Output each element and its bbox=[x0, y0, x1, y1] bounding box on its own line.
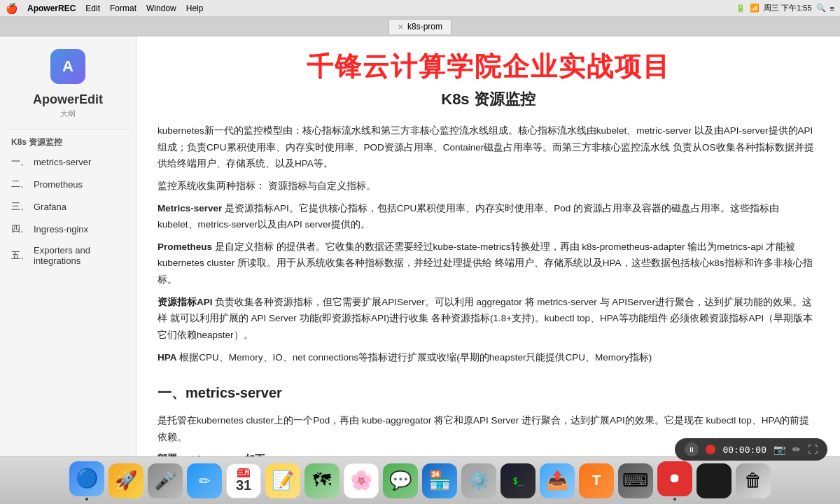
sidebar-item-index-2: 二、 bbox=[11, 178, 29, 190]
sidebar-item-grafana[interactable]: 三、 Grafana bbox=[0, 195, 136, 218]
dock-finder[interactable]: 🔵 bbox=[69, 461, 104, 500]
maps-icon[interactable]: 🗺 bbox=[304, 463, 340, 498]
app-logo: A bbox=[50, 49, 85, 84]
metrics-server-text: 是资源指标API。它提供核心指标，包括CPU累积使用率、内存实时使用率、Pod … bbox=[158, 203, 779, 230]
dock-send[interactable]: 📤 bbox=[540, 463, 575, 498]
clock: 周三 下午1:55 bbox=[764, 3, 811, 13]
prometheus-paragraph: Prometheus 是自定义指标 的提供者。它收集的数据还需要经过kube-s… bbox=[158, 239, 819, 288]
dock: 🔵 🚀 🎤 ✏ 三月31 📝 🗺 🌸 💬 🏪 ⚙️ $_ 📤 T ⌨ ⏺ bbox=[0, 456, 840, 504]
hpa-paragraph: HPA 根据CPU、Memory、IO、net connections等指标进行… bbox=[158, 349, 819, 366]
help-menu[interactable]: Help bbox=[186, 4, 204, 13]
wifi-icon: 📶 bbox=[750, 4, 760, 13]
dock-calendar[interactable]: 三月31 bbox=[226, 463, 261, 498]
app-name-menu[interactable]: ApowerREC bbox=[27, 4, 76, 13]
dock-notes[interactable]: 📝 bbox=[265, 463, 300, 498]
dock-keyboard[interactable]: ⌨ bbox=[618, 463, 653, 498]
apple-menu[interactable]: 🍎 bbox=[6, 3, 18, 14]
metrics-server-paragraph: Metrics-server 是资源指标API。它提供核心指标，包括CPU累积使… bbox=[158, 200, 819, 233]
dock-settings[interactable]: ⚙️ bbox=[461, 463, 496, 498]
search-icon[interactable]: 🔍 bbox=[816, 4, 826, 13]
resource-api-paragraph: 资源指标API 负责收集各种资源指标，但它需要扩展APIServer。可以利用 … bbox=[158, 294, 819, 344]
sidebar-item-label-4: Ingress-nginx bbox=[34, 224, 88, 234]
tab-close-icon[interactable]: ✕ bbox=[398, 23, 403, 31]
dock-siri[interactable]: 🎤 bbox=[148, 463, 183, 498]
dock-maps[interactable]: 🗺 bbox=[304, 463, 340, 498]
menubar-icons: 🔋 📶 周三 下午1:55 🔍 ≡ bbox=[736, 3, 834, 13]
sidebar: A ApowerEdit 大纲 K8s 资源监控 一、 metrics-serv… bbox=[0, 36, 136, 456]
menubar: 🍎 ApowerREC Edit Format Window Help 🔋 📶 … bbox=[0, 0, 840, 17]
sidebar-item-exporters[interactable]: 五、 Exporters and integrations bbox=[0, 240, 136, 271]
dock-dark[interactable] bbox=[696, 463, 732, 498]
sidebar-item-index-1: 一、 bbox=[11, 155, 29, 168]
deploy-label-text: 部署metrics-server 如下： bbox=[158, 454, 274, 456]
sidebar-item-index-4: 四、 bbox=[11, 223, 29, 235]
appstore-icon[interactable]: 🏪 bbox=[422, 463, 457, 498]
recording-bar: ⏸ 00:00:00 📷 ✏ ⛶ bbox=[675, 438, 827, 461]
sidebar-divider bbox=[7, 129, 129, 130]
metrics-server-highlight: Metrics-server bbox=[158, 203, 222, 214]
photos-icon[interactable]: 🌸 bbox=[344, 463, 379, 498]
dock-pencil[interactable]: ✏ bbox=[187, 463, 222, 498]
pencil-app-icon[interactable]: ✏ bbox=[187, 463, 222, 498]
edit-record-icon[interactable]: ✏ bbox=[792, 444, 801, 455]
sidebar-item-prometheus[interactable]: 二、 Prometheus bbox=[0, 173, 136, 195]
messages-icon[interactable]: 💬 bbox=[383, 463, 418, 498]
sidebar-item-label-2: Prometheus bbox=[34, 179, 83, 190]
notes-icon[interactable]: 📝 bbox=[265, 463, 300, 498]
finder-icon[interactable]: 🔵 bbox=[69, 461, 104, 496]
prometheus-text: 是自定义指标 的提供者。它收集的数据还需要经过kube-state-metric… bbox=[158, 241, 813, 285]
settings-icon[interactable]: ⚙️ bbox=[461, 463, 496, 498]
record-app-icon[interactable]: ⏺ bbox=[657, 461, 692, 496]
page-title: K8s 资源监控 bbox=[158, 89, 819, 110]
recording-time: 00:00:00 bbox=[722, 444, 766, 455]
pages-icon[interactable]: T bbox=[579, 463, 614, 498]
dock-record[interactable]: ⏺ bbox=[657, 461, 692, 500]
record-dot bbox=[673, 498, 676, 500]
terminal-icon[interactable]: $_ bbox=[500, 463, 536, 498]
hpa-text: 根据CPU、Memory、IO、net connections等指标进行扩展或收… bbox=[179, 352, 652, 363]
resource-api-text: 负责收集各种资源指标，但它需要扩展APIServer。可以利用 aggregat… bbox=[158, 297, 813, 340]
trash-icon[interactable]: 🗑 bbox=[736, 463, 771, 498]
siri-icon[interactable]: 🎤 bbox=[148, 463, 183, 498]
dock-terminal[interactable]: $_ bbox=[500, 463, 536, 498]
launchpad-icon[interactable]: 🚀 bbox=[108, 463, 144, 498]
monitor-types-paragraph: 监控系统收集两种指标： 资源指标与自定义指标。 bbox=[158, 178, 819, 195]
window-menu[interactable]: Window bbox=[146, 4, 176, 13]
format-menu[interactable]: Format bbox=[110, 4, 136, 13]
sidebar-item-ingress-nginx[interactable]: 四、 Ingress-nginx bbox=[0, 218, 136, 240]
section1-heading: 一、metrics-server bbox=[158, 381, 819, 405]
resource-api-highlight: 资源指标API bbox=[158, 297, 213, 307]
sidebar-item-index-3: 三、 bbox=[11, 200, 29, 213]
calendar-icon[interactable]: 三月31 bbox=[226, 463, 261, 498]
dock-launchpad[interactable]: 🚀 bbox=[108, 463, 144, 498]
battery-icon: 🔋 bbox=[736, 4, 746, 13]
expand-icon[interactable]: ⛶ bbox=[808, 444, 818, 455]
send-icon[interactable]: 📤 bbox=[540, 463, 575, 498]
pause-button[interactable]: ⏸ bbox=[685, 442, 699, 456]
tab-label: k8s-prom bbox=[407, 22, 442, 31]
dock-messages[interactable]: 💬 bbox=[383, 463, 418, 498]
content-area[interactable]: 千锋云计算学院企业实战项目 K8s 资源监控 kubernetes新一代的监控模… bbox=[136, 36, 840, 456]
sidebar-app-title: ApowerEdit bbox=[0, 88, 136, 108]
tabbar: ✕ k8s-prom bbox=[0, 17, 840, 36]
tab-k8s-prom[interactable]: ✕ k8s-prom bbox=[388, 19, 451, 34]
dark-icon[interactable] bbox=[696, 463, 732, 498]
sidebar-item-index-5: 五、 bbox=[11, 249, 29, 262]
control-center-icon[interactable]: ≡ bbox=[830, 4, 834, 13]
content-body: kubernetes新一代的监控模型由：核心指标流水线和第三方非核心监控流水线组… bbox=[158, 122, 819, 456]
sidebar-app-subtitle: 大纲 bbox=[0, 108, 136, 126]
dock-trash[interactable]: 🗑 bbox=[736, 463, 771, 498]
dock-pages[interactable]: T bbox=[579, 463, 614, 498]
keyboard-icon[interactable]: ⌨ bbox=[618, 463, 653, 498]
sidebar-item-label-1: metrics-server bbox=[34, 157, 91, 167]
dock-photos[interactable]: 🌸 bbox=[344, 463, 379, 498]
sidebar-item-label-3: Grafana bbox=[34, 202, 66, 212]
camera-icon[interactable]: 📷 bbox=[774, 444, 785, 455]
intro-paragraph: kubernetes新一代的监控模型由：核心指标流水线和第三方非核心监控流水线组… bbox=[158, 122, 819, 172]
sidebar-section-heading: K8s 资源监控 bbox=[0, 132, 136, 150]
hpa-highlight: HPA bbox=[158, 352, 177, 363]
dock-appstore[interactable]: 🏪 bbox=[422, 463, 457, 498]
edit-menu[interactable]: Edit bbox=[85, 4, 100, 13]
prometheus-highlight: Prometheus bbox=[158, 241, 212, 252]
sidebar-item-metrics-server[interactable]: 一、 metrics-server bbox=[0, 150, 136, 173]
